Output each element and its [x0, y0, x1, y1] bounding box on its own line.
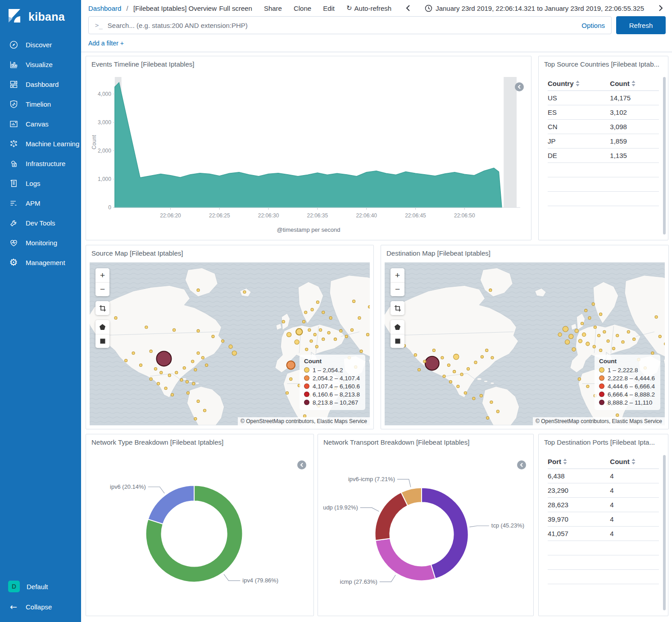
- svg-text:ipv6 (20.14%): ipv6 (20.14%): [110, 483, 146, 490]
- sidebar-item-apm[interactable]: APM: [0, 193, 81, 213]
- legend-swatch: [304, 400, 309, 405]
- table-row: 28,6234: [548, 498, 659, 512]
- map-legend: Count 1 – 2,222.8 2,222.8 – 4,444.6 4,44…: [595, 355, 660, 410]
- sidebar-item-management[interactable]: ⚙ Management: [0, 252, 81, 272]
- source-countries-table: Country Count US14,175 ES3,102 CN3,098 J…: [548, 77, 659, 206]
- refresh-button[interactable]: Refresh: [616, 16, 666, 34]
- fit-bounds-button[interactable]: [390, 301, 404, 315]
- sidebar-item-canvas[interactable]: Canvas: [0, 114, 81, 134]
- legend-collapse-icon[interactable]: [515, 82, 524, 91]
- kibana-logo[interactable]: kibana: [0, 0, 81, 32]
- source-map[interactable]: .land{fill:#f9f8f6;stroke:#bfc9d2;stroke…: [90, 262, 370, 425]
- sidebar-item-monitoring[interactable]: Monitoring: [0, 233, 81, 252]
- map-legend: Count 1 – 2,054.2 2,054.2 – 4,107.4 4,10…: [300, 355, 365, 410]
- legend-swatch: [599, 367, 604, 373]
- dashboard-grid-icon: [8, 79, 19, 90]
- sidebar-item-dev-tools[interactable]: Dev Tools: [0, 213, 81, 233]
- space-switcher[interactable]: D Default: [0, 576, 81, 597]
- table-scrollbar[interactable]: [663, 77, 666, 234]
- time-prev-button[interactable]: [403, 3, 413, 13]
- zoom-in-button[interactable]: +: [95, 268, 109, 282]
- legend-swatch: [599, 392, 604, 397]
- sidebar-item-logs[interactable]: Logs: [0, 173, 81, 193]
- table-row: 6,4384: [548, 469, 659, 483]
- bar-chart-icon: [8, 59, 19, 70]
- sidebar-item-timelion[interactable]: Timelion: [0, 94, 81, 114]
- heartbeat-icon: [8, 237, 19, 248]
- breadcrumb-current: [Filebeat Iptables] Overview: [133, 5, 217, 12]
- svg-text:22:06:35: 22:06:35: [307, 212, 328, 219]
- column-header-count[interactable]: Count: [610, 77, 659, 91]
- legend-swatch: [304, 375, 309, 381]
- panel-title: Network Transport Breakdown [Filebeat Ip…: [318, 434, 533, 448]
- sidebar-item-machine-learning[interactable]: Machine Learning: [0, 134, 81, 153]
- events-timeline-chart[interactable]: 01,0002,0003,0004,00022:06:2022:06:2522:…: [90, 72, 527, 225]
- shield-icon: [8, 99, 19, 109]
- panel-top-source-countries: Top Source Countries [Filebeat Iptab... …: [538, 56, 668, 240]
- query-options-link[interactable]: Options: [581, 22, 605, 29]
- share-button[interactable]: Share: [264, 5, 282, 12]
- sidebar-item-discover[interactable]: Discover: [0, 35, 81, 54]
- arrow-left-icon: ←: [8, 601, 19, 612]
- collapse-button[interactable]: ← Collapse: [0, 597, 81, 617]
- topbar: Dashboard / [Filebeat Iptables] Overview…: [81, 0, 672, 52]
- svg-text:2,000: 2,000: [98, 148, 111, 154]
- sidebar-item-visualize[interactable]: Visualize: [0, 54, 81, 74]
- edit-button[interactable]: Edit: [323, 5, 335, 12]
- add-filter-link[interactable]: Add a filter +: [88, 40, 124, 47]
- zoom-out-button[interactable]: −: [95, 282, 109, 296]
- legend-collapse-icon[interactable]: [297, 460, 306, 469]
- x-axis-title: @timestamp per second: [90, 226, 527, 233]
- events-timeline-chart-area: 01,0002,0003,0004,00022:06:2022:06:2522:…: [90, 72, 527, 233]
- column-header-country[interactable]: Country: [548, 77, 610, 91]
- column-header-port[interactable]: Port: [548, 455, 610, 469]
- legend-collapse-icon[interactable]: [517, 460, 526, 469]
- full-screen-button[interactable]: Full screen: [219, 5, 252, 12]
- panel-network-transport: Network Transport Breakdown [Filebeat Ip…: [318, 434, 534, 616]
- auto-refresh-button[interactable]: ↻ Auto-refresh: [346, 5, 391, 12]
- legend-swatch: [304, 383, 309, 389]
- svg-text:icmp (27.63%): icmp (27.63%): [340, 578, 377, 585]
- draw-rectangle-button[interactable]: [95, 334, 109, 348]
- panel-top-destination-ports: Top Destination Ports [Filebeat Ipta... …: [538, 434, 668, 616]
- draw-polygon-button[interactable]: [390, 320, 404, 334]
- gear-icon: ⚙: [8, 257, 19, 268]
- sidebar-item-dashboard[interactable]: Dashboard: [0, 74, 81, 94]
- table-row-empty: [548, 177, 659, 192]
- table-row: 23,2904: [548, 483, 659, 498]
- draw-rectangle-button[interactable]: [390, 334, 404, 348]
- network-type-donut[interactable]: ipv4 (79.86%)ipv6 (20.14%): [86, 448, 313, 613]
- zoom-out-button[interactable]: −: [390, 282, 404, 296]
- panel-title: Source Map [Filebeat Iptables]: [86, 245, 373, 259]
- time-next-button[interactable]: [656, 3, 666, 13]
- sort-icon: [563, 459, 567, 464]
- filter-bar: Add a filter +: [81, 38, 672, 52]
- panel-events-timeline: Events Timeline [Filebeat Iptables] 01,0…: [86, 56, 531, 240]
- column-header-count[interactable]: Count: [610, 455, 659, 469]
- sort-icon: [631, 459, 636, 464]
- clone-button[interactable]: Clone: [294, 5, 311, 12]
- table-scrollbar[interactable]: [663, 455, 666, 610]
- table-row-empty: [548, 192, 659, 206]
- svg-text:22:06:20: 22:06:20: [160, 212, 181, 219]
- sidebar-item-infrastructure[interactable]: Infrastructure: [0, 153, 81, 173]
- search-input[interactable]: [108, 22, 577, 29]
- legend-swatch: [599, 400, 604, 405]
- zoom-in-button[interactable]: +: [390, 268, 404, 282]
- svg-text:ipv4 (79.86%): ipv4 (79.86%): [242, 577, 278, 584]
- fit-bounds-button[interactable]: [95, 301, 109, 315]
- destination-map[interactable]: .land{fill:#f9f8f6;stroke:#bfc9d2;stroke…: [385, 262, 665, 425]
- time-range-picker[interactable]: January 23rd 2019, 22:06:14.321 to Janua…: [425, 5, 644, 12]
- breadcrumb-dashboard-link[interactable]: Dashboard: [88, 5, 121, 12]
- cloud-server-icon: [8, 158, 19, 169]
- draw-polygon-button[interactable]: [95, 320, 109, 334]
- network-transport-donut[interactable]: tcp (45.23%)icmp (27.63%)udp (19.92%)ipv…: [318, 448, 533, 613]
- dashboard-grid: Events Timeline [Filebeat Iptables] 01,0…: [81, 52, 672, 621]
- table-row: JP1,859: [548, 134, 659, 149]
- compass-icon: [8, 39, 19, 50]
- sidebar-bottom: D Default ← Collapse: [0, 576, 81, 622]
- search-bar: >_ Options: [88, 16, 612, 34]
- svg-text:22:06:30: 22:06:30: [258, 212, 279, 219]
- legend-swatch: [304, 392, 309, 397]
- map-controls: + −: [390, 268, 404, 348]
